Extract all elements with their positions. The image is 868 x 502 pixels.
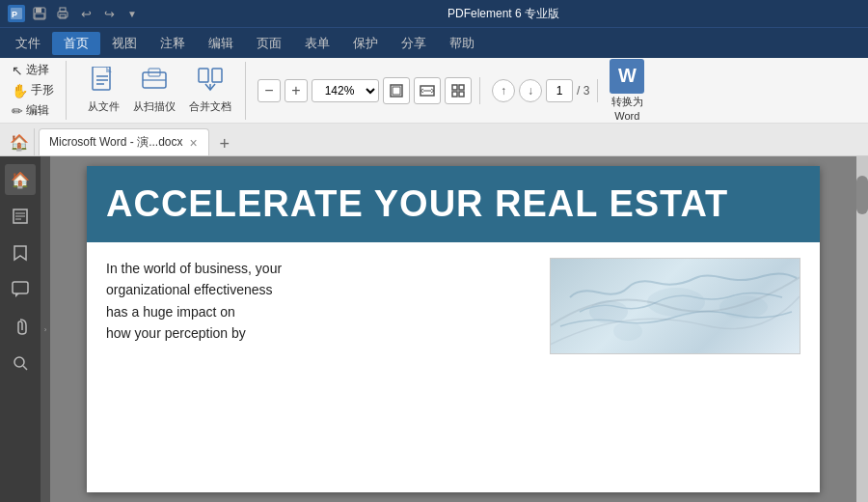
menu-edit[interactable]: 编辑: [197, 32, 245, 55]
word-icon: W: [610, 59, 644, 94]
body-text-4: how your perception by: [106, 322, 534, 344]
svg-point-34: [647, 288, 705, 317]
from-scanner-label: 从扫描仪: [133, 99, 176, 114]
sidebar-comment-icon[interactable]: [5, 274, 36, 305]
menu-page[interactable]: 页面: [245, 32, 293, 55]
menu-view[interactable]: 视图: [100, 32, 149, 55]
menu-help[interactable]: 帮助: [438, 32, 486, 55]
main-area: 🏠 › ACCELERATE YOUR REAL ESTAT: [0, 156, 868, 502]
page-navigation: ↑ ↓ / 3: [484, 79, 598, 102]
sidebar-attachment-icon[interactable]: [5, 311, 36, 342]
create-buttons: 从文件 从扫描仪 合并文档: [82, 63, 237, 118]
app-title: PDFelement 6 专业版: [147, 6, 860, 22]
menu-share[interactable]: 分享: [390, 32, 438, 55]
redo-icon[interactable]: ↪: [100, 5, 118, 22]
tab-bar: 🏠 Microsoft Word - 演...docx × +: [0, 124, 868, 156]
merge-docs-label: 合并文档: [189, 99, 231, 114]
menu-protect[interactable]: 保护: [341, 32, 390, 55]
menu-home[interactable]: 首页: [52, 32, 100, 55]
menu-form[interactable]: 表单: [293, 32, 341, 55]
title-bar: P ↩ ↪ ▼ PDFelement 6 专业版: [0, 0, 868, 27]
zoom-in-button[interactable]: +: [285, 79, 308, 102]
svg-rect-22: [452, 85, 457, 90]
sidebar-bookmark-icon[interactable]: [5, 237, 36, 268]
from-scanner-button[interactable]: 从扫描仪: [127, 63, 181, 118]
tab-close-button[interactable]: ×: [188, 135, 198, 151]
menu-bar: 文件 首页 视图 注释 编辑 页面 表单 保护 分享 帮助: [0, 27, 868, 58]
scanner-icon: [141, 67, 168, 98]
svg-rect-30: [13, 282, 28, 293]
print-icon[interactable]: [54, 5, 71, 22]
scroll-thumb[interactable]: [856, 176, 868, 214]
from-file-label: 从文件: [88, 99, 120, 114]
document-area: ACCELERATE YOUR REAL ESTAT In the world …: [50, 156, 856, 502]
sidebar-search-icon[interactable]: [5, 348, 36, 378]
hand-icon: ✋: [12, 83, 28, 98]
fullscreen-button[interactable]: [445, 77, 472, 104]
from-file-button[interactable]: 从文件: [82, 63, 125, 118]
tab-title: Microsoft Word - 演...docx: [49, 134, 182, 151]
zoom-select[interactable]: 142% 100% 75% 50% 200%: [312, 79, 379, 102]
svg-point-33: [589, 300, 628, 323]
create-section: 从文件 从扫描仪 合并文档: [74, 62, 246, 120]
page-total: / 3: [577, 84, 589, 98]
file-icon: [91, 67, 118, 98]
dropdown-icon[interactable]: ▼: [123, 5, 141, 22]
zoom-controls: − + 142% 100% 75% 50% 200%: [250, 77, 480, 104]
document-body: In the world of business, your organizat…: [87, 242, 820, 370]
document-page: ACCELERATE YOUR REAL ESTAT In the world …: [87, 166, 820, 492]
document-title: ACCELERATE YOUR REAL ESTAT: [106, 183, 800, 225]
body-text-3: has a huge impact on: [106, 301, 534, 322]
toolbar: ↖ 选择 ✋ 手形 ✏ 编辑 从文件: [0, 58, 868, 124]
new-tab-button[interactable]: +: [213, 132, 236, 155]
pencil-icon: ✏: [12, 103, 23, 119]
body-text-1: In the world of business, your: [106, 258, 534, 279]
edit-label: 编辑: [26, 102, 49, 119]
zoom-out-button[interactable]: −: [258, 79, 281, 102]
svg-rect-15: [199, 69, 208, 82]
sidebar-expand-handle[interactable]: ›: [41, 156, 50, 502]
prev-page-button[interactable]: ↑: [492, 79, 515, 102]
next-page-button[interactable]: ↓: [519, 79, 542, 102]
svg-rect-4: [35, 14, 44, 18]
fit-width-button[interactable]: [414, 77, 441, 104]
document-image: [550, 258, 800, 354]
svg-text:P: P: [12, 10, 17, 19]
hand-label: 手形: [31, 82, 54, 98]
fullscreen-icon: [450, 83, 466, 98]
merge-docs-button[interactable]: 合并文档: [183, 63, 237, 118]
fit-page-icon: [389, 83, 404, 98]
edit-tool[interactable]: ✏ 编辑: [8, 101, 58, 120]
document-text-column: In the world of business, your organizat…: [106, 258, 534, 354]
sidebar-pages-icon[interactable]: [5, 201, 36, 232]
svg-rect-19: [393, 87, 400, 95]
menu-annotate[interactable]: 注释: [149, 32, 197, 55]
body-text-2: organizational effectiveness: [106, 279, 534, 300]
save-icon[interactable]: [31, 5, 48, 22]
menu-file[interactable]: 文件: [4, 32, 52, 55]
home-tab-button[interactable]: 🏠: [4, 128, 35, 155]
svg-rect-16: [212, 69, 222, 82]
svg-rect-25: [459, 92, 464, 97]
svg-rect-3: [36, 8, 41, 13]
sidebar-home-icon[interactable]: 🏠: [5, 164, 36, 195]
vertical-scrollbar[interactable]: [856, 156, 868, 502]
app-icon: P: [8, 5, 25, 22]
left-sidebar: 🏠: [0, 156, 41, 502]
word-label: Word: [614, 110, 639, 122]
svg-point-35: [719, 295, 768, 319]
fit-width-icon: [420, 83, 435, 98]
document-tab[interactable]: Microsoft Word - 演...docx ×: [39, 128, 209, 155]
fit-page-button[interactable]: [383, 77, 410, 104]
select-tool[interactable]: ↖ 选择: [8, 61, 58, 79]
undo-icon[interactable]: ↩: [77, 5, 95, 22]
convert-to-word-button[interactable]: W 转换为 Word: [602, 55, 652, 126]
tool-selection-group: ↖ 选择 ✋ 手形 ✏ 编辑: [8, 61, 67, 120]
hand-tool[interactable]: ✋ 手形: [8, 81, 58, 99]
select-label: 选择: [26, 62, 49, 78]
svg-rect-24: [452, 92, 457, 97]
page-number-input[interactable]: [546, 79, 573, 102]
cursor-icon: ↖: [12, 63, 23, 78]
map-graphic: [551, 259, 800, 354]
svg-point-36: [613, 321, 642, 341]
